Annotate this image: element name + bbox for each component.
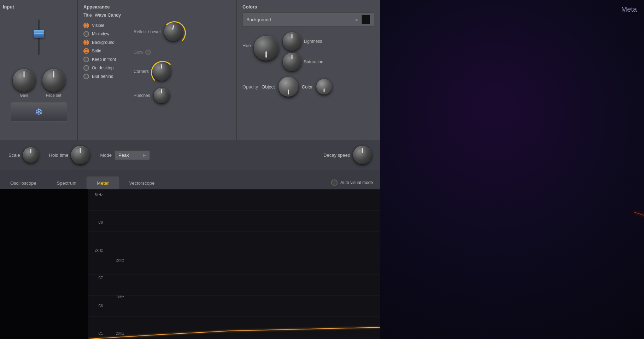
scale-knob[interactable] [23, 147, 39, 163]
lightness-saturation-group: Lightness Saturation [283, 32, 323, 71]
input-section: Input Gain Fade out ❄ [0, 0, 78, 140]
spec-label-c7: C7 [90, 276, 103, 280]
opacity-row: Opacity Object Color [242, 77, 374, 97]
radio-miniview-circle [83, 31, 89, 37]
radio-solid[interactable]: Solid [83, 48, 116, 54]
radio-miniview-label: Mini view [92, 31, 109, 36]
radio-solid-circle [83, 48, 89, 54]
reflect-bevel-knob[interactable] [164, 23, 182, 41]
radio-keep-in-front-circle [83, 57, 89, 62]
color-knobs-area: Hue Lightness Saturation [242, 32, 374, 71]
hold-time-label: Hold time [49, 153, 69, 158]
mode-arrow-icon: ▶ [143, 153, 146, 157]
radio-on-desktop[interactable]: On desktop [83, 65, 116, 71]
glow-radio[interactable] [145, 50, 151, 55]
appearance-section: Appearance Title Wave Candy Visible Mini… [78, 0, 237, 140]
corners-knob[interactable] [152, 62, 171, 81]
scale-label: Scale [8, 153, 20, 158]
mode-select[interactable]: Peak ▶ [115, 150, 150, 160]
radio-background-label: Background [92, 40, 115, 45]
opacity-label: Opacity [242, 84, 258, 90]
color-label: Color [302, 84, 313, 90]
freeze-icon: ❄ [35, 106, 43, 118]
fadeout-knob[interactable] [42, 69, 65, 92]
fader-container [38, 16, 40, 62]
lightness-label: Lightness [304, 39, 322, 44]
punches-item: Punches [134, 88, 169, 103]
radio-on-desktop-label: On desktop [92, 65, 113, 70]
decay-speed-knob[interactable] [353, 146, 371, 164]
fader-thumb[interactable] [34, 30, 44, 38]
gain-label: Gain [20, 93, 28, 97]
saturation-knob[interactable] [283, 53, 301, 71]
auto-visual-row[interactable]: Auto visual mode [331, 179, 373, 186]
object-opacity-knob[interactable] [279, 77, 298, 97]
corners-label: Corners [134, 69, 149, 74]
tab-vectorscope[interactable]: Vectorscope [119, 177, 165, 189]
radio-list: Visible Mini view Background Solid [83, 23, 116, 100]
fader-track[interactable] [38, 19, 40, 55]
radio-blur-behind[interactable]: Blur behind [83, 74, 116, 79]
tab-spectrum[interactable]: Spectrum [47, 177, 87, 189]
hue-label: Hue [242, 43, 251, 48]
radio-keep-in-front[interactable]: Keep in front [83, 57, 116, 62]
saturation-item: Saturation [283, 53, 323, 71]
punches-label: Punches [134, 93, 150, 98]
decay-speed-label: Decay speed [323, 153, 350, 158]
bg-selector[interactable]: Background ▶ [242, 12, 374, 27]
app-title-row: Title Wave Candy [83, 12, 231, 18]
bg-color-swatch[interactable] [361, 15, 370, 24]
hold-time-knob[interactable] [71, 146, 89, 164]
bottom-controls: Scale Hold time Mode Peak ▶ Decay speed [0, 140, 380, 170]
hue-knob[interactable] [254, 36, 279, 61]
bg-selector-text: Background [246, 17, 353, 22]
lightness-item: Lightness [283, 32, 323, 51]
radio-miniview[interactable]: Mini view [83, 31, 116, 37]
fadeout-item: Fade out [42, 69, 65, 97]
bg-arrow-icon: ▶ [356, 18, 358, 22]
radio-blur-behind-label: Blur behind [92, 74, 113, 79]
punches-knob[interactable] [154, 88, 169, 103]
radio-background[interactable]: Background [83, 40, 116, 45]
spectrum-area: 5kHz C8 2kHz C7 C6 C1 2kHz 1kHz 20Hz [88, 189, 380, 339]
tabs-bar: Oscilloscope Spectrum Meter Vectorscope … [0, 170, 380, 189]
glow-label: Glow [134, 50, 143, 55]
auto-visual-radio[interactable] [331, 179, 338, 186]
radio-on-desktop-circle [83, 65, 89, 71]
hold-time-item: Hold time [49, 146, 90, 164]
scale-item: Scale [8, 147, 39, 163]
reflect-bevel-label: Reflect / bevel [134, 29, 160, 34]
spec-label-c8: C8 [90, 220, 103, 224]
spec-right-1k: 1kHz [106, 295, 124, 299]
color-opacity-knob[interactable] [316, 79, 332, 94]
glow-row: Glow [134, 50, 151, 55]
radio-visible-label: Visible [92, 23, 104, 28]
tab-meter[interactable]: Meter [87, 177, 119, 189]
mode-item: Mode Peak ▶ [100, 150, 150, 160]
corners-item: Corners [134, 62, 171, 81]
mode-label: Mode [100, 153, 112, 158]
spec-right-20: 20Hz [106, 332, 124, 335]
auto-visual-label: Auto visual mode [340, 180, 373, 185]
radio-visible[interactable]: Visible [83, 23, 116, 28]
radio-solid-label: Solid [92, 48, 101, 53]
spec-label-c6: C6 [90, 304, 103, 308]
tab-oscilloscope[interactable]: Oscilloscope [0, 177, 47, 189]
spec-label-c1: C1 [90, 332, 103, 335]
colors-section: Colors Background ▶ Hue Lightness Satura… [237, 0, 380, 140]
spec-label-2k: 2kHz [90, 248, 103, 252]
radio-visible-circle [83, 23, 89, 28]
main-panel: Input Gain Fade out ❄ Appearance Title W… [0, 0, 380, 205]
radio-keep-in-front-label: Keep in front [92, 57, 116, 62]
lightness-knob[interactable] [283, 32, 301, 51]
input-title: Input [3, 4, 14, 10]
freeze-button[interactable]: ❄ [11, 102, 67, 122]
appearance-title: Appearance [83, 4, 231, 10]
appearance-right-controls: Reflect / bevel Glow Corners [123, 23, 182, 103]
saturation-label: Saturation [304, 59, 323, 64]
gain-item: Gain [13, 69, 35, 97]
decay-speed-item: Decay speed [323, 146, 371, 164]
gain-knob[interactable] [13, 69, 35, 92]
colors-title: Colors [242, 4, 374, 10]
radio-background-circle [83, 40, 89, 45]
